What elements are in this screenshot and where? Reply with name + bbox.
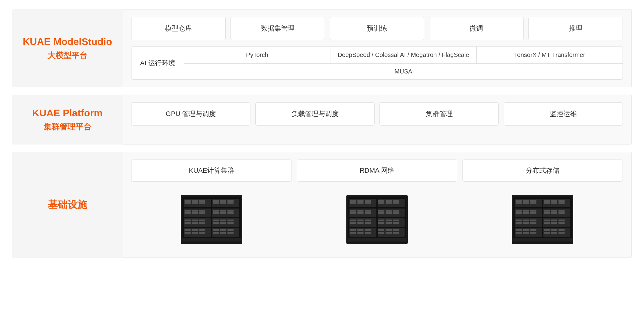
svg-rect-173 xyxy=(551,232,557,234)
svg-rect-99 xyxy=(386,220,392,221)
ai-env-frameworks: DeepSpeed / Colossal AI / Megatron / Fla… xyxy=(330,47,476,63)
svg-rect-97 xyxy=(378,220,384,221)
svg-rect-79 xyxy=(357,212,364,214)
svg-rect-47 xyxy=(192,229,198,231)
ai-env-label: AI 运行环境 xyxy=(131,47,184,79)
svg-rect-49 xyxy=(199,229,205,231)
svg-rect-157 xyxy=(544,222,550,224)
svg-rect-86 xyxy=(386,212,392,214)
svg-rect-7 xyxy=(199,200,205,202)
svg-rect-107 xyxy=(357,232,364,234)
svg-rect-117 xyxy=(348,238,406,242)
card-pretrain: 预训练 xyxy=(330,17,424,40)
svg-rect-48 xyxy=(192,232,198,234)
svg-rect-158 xyxy=(551,220,557,221)
svg-rect-35 xyxy=(199,220,205,221)
svg-rect-143 xyxy=(544,212,550,214)
svg-rect-31 xyxy=(185,220,191,221)
svg-rect-154 xyxy=(530,222,536,224)
svg-rect-56 xyxy=(227,229,234,231)
svg-rect-130 xyxy=(551,200,557,202)
svg-rect-26 xyxy=(220,210,226,212)
card-cluster-mgmt: 集群管理 xyxy=(379,102,499,126)
svg-rect-133 xyxy=(558,202,565,204)
svg-rect-12 xyxy=(220,200,226,202)
infra-server-images xyxy=(131,189,623,250)
svg-rect-153 xyxy=(530,220,536,221)
svg-rect-109 xyxy=(365,232,371,234)
model-studio-content: 模型仓库 数据集管理 预训练 微调 推理 AI 运行环境 PyTorch Dee… xyxy=(123,9,632,87)
svg-rect-71 xyxy=(386,200,392,202)
svg-rect-50 xyxy=(199,232,205,234)
svg-rect-131 xyxy=(551,202,557,204)
svg-rect-70 xyxy=(378,202,384,204)
svg-rect-144 xyxy=(551,210,557,212)
svg-rect-27 xyxy=(220,212,226,214)
svg-rect-170 xyxy=(544,229,550,231)
svg-rect-46 xyxy=(185,232,191,234)
svg-rect-163 xyxy=(516,229,522,231)
infrastructure-title: 基础设施 xyxy=(48,198,87,211)
svg-rect-63 xyxy=(350,202,356,204)
svg-rect-81 xyxy=(365,212,371,214)
svg-rect-168 xyxy=(530,232,536,234)
svg-rect-160 xyxy=(558,220,565,221)
card-inference: 推理 xyxy=(528,17,623,40)
svg-rect-53 xyxy=(213,232,219,234)
svg-rect-62 xyxy=(350,200,356,202)
svg-rect-6 xyxy=(192,202,198,204)
svg-rect-164 xyxy=(516,232,522,234)
svg-rect-156 xyxy=(544,220,550,221)
svg-rect-58 xyxy=(182,238,241,242)
svg-rect-14 xyxy=(227,200,234,202)
platform-section: KUAE Platform 集群管理平台 GPU 管理与调度 负载管理与调度 集… xyxy=(12,95,632,145)
svg-rect-38 xyxy=(213,220,219,221)
svg-rect-121 xyxy=(516,200,522,202)
svg-rect-77 xyxy=(350,212,356,214)
svg-rect-78 xyxy=(357,210,364,212)
svg-rect-123 xyxy=(523,200,529,202)
infrastructure-label: 基础设施 xyxy=(12,152,123,258)
svg-rect-4 xyxy=(185,202,191,204)
svg-rect-69 xyxy=(378,200,384,202)
svg-rect-41 xyxy=(220,222,226,224)
svg-rect-33 xyxy=(192,220,198,221)
svg-rect-57 xyxy=(227,232,234,234)
svg-rect-152 xyxy=(523,222,529,224)
card-load-mgmt: 负载管理与调度 xyxy=(255,102,375,126)
svg-rect-139 xyxy=(530,210,536,212)
ai-env-top: PyTorch DeepSpeed / Colossal AI / Megatr… xyxy=(184,47,623,64)
svg-rect-125 xyxy=(530,200,536,202)
model-studio-title: KUAE ModelStudio xyxy=(23,36,112,48)
svg-rect-113 xyxy=(386,229,392,231)
svg-rect-171 xyxy=(544,232,550,234)
svg-rect-136 xyxy=(516,212,522,214)
svg-rect-142 xyxy=(544,210,550,212)
card-gpu-mgmt: GPU 管理与调度 xyxy=(131,102,250,126)
card-monitoring: 监控运维 xyxy=(504,102,623,126)
card-dataset-mgmt: 数据集管理 xyxy=(231,17,325,40)
svg-rect-95 xyxy=(365,222,371,224)
svg-rect-43 xyxy=(227,222,234,224)
platform-cards-row: GPU 管理与调度 负载管理与调度 集群管理 监控运维 xyxy=(131,102,623,126)
svg-rect-122 xyxy=(516,202,522,204)
svg-rect-80 xyxy=(365,210,371,212)
svg-rect-108 xyxy=(365,229,371,231)
svg-rect-129 xyxy=(544,202,550,204)
model-studio-section: KUAE ModelStudio 大模型平台 模型仓库 数据集管理 预训练 微调… xyxy=(12,9,632,87)
svg-rect-67 xyxy=(365,202,371,204)
ai-env-content: PyTorch DeepSpeed / Colossal AI / Megatr… xyxy=(184,47,623,79)
card-finetune: 微调 xyxy=(429,17,524,40)
platform-label: KUAE Platform 集群管理平台 xyxy=(12,95,123,145)
svg-rect-132 xyxy=(558,200,565,202)
svg-rect-106 xyxy=(357,229,364,231)
svg-rect-114 xyxy=(386,232,392,234)
svg-rect-167 xyxy=(530,229,536,231)
platform-subtitle: 集群管理平台 xyxy=(44,122,91,132)
server-rack-image-2 xyxy=(297,189,457,250)
svg-rect-72 xyxy=(386,202,392,204)
svg-rect-149 xyxy=(516,220,522,221)
svg-rect-28 xyxy=(227,210,234,212)
svg-rect-98 xyxy=(378,222,384,224)
svg-rect-25 xyxy=(213,212,219,214)
